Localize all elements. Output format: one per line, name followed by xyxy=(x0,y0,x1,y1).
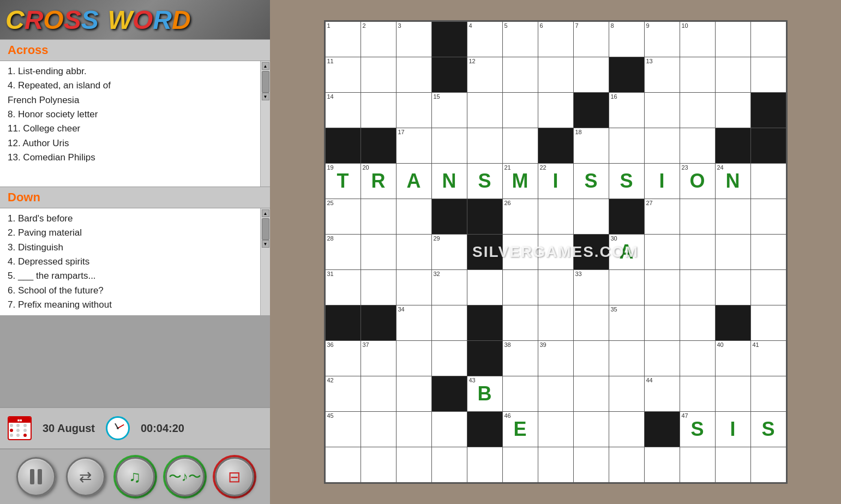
grid-cell[interactable] xyxy=(397,270,432,305)
down-clue-item[interactable]: 1. Bard's before xyxy=(8,212,256,226)
grid-cell[interactable]: 19T xyxy=(326,164,361,199)
across-clue-item[interactable]: 13. Comedian Philips xyxy=(8,151,256,165)
display-button[interactable]: ⊟ xyxy=(215,457,254,496)
grid-cell[interactable]: 24N xyxy=(716,164,751,199)
grid-cell[interactable]: 15 xyxy=(432,93,467,128)
grid-cell[interactable] xyxy=(751,270,786,305)
grid-cell[interactable] xyxy=(716,270,751,305)
down-scroll-down-arrow[interactable]: ▼ xyxy=(262,240,269,248)
sound-button[interactable]: 〜♪〜 xyxy=(165,457,205,496)
grid-cell[interactable]: 47S xyxy=(680,412,716,447)
grid-cell[interactable] xyxy=(751,57,786,93)
grid-cell[interactable] xyxy=(503,376,538,412)
grid-cell[interactable] xyxy=(716,447,751,483)
grid-cell[interactable] xyxy=(751,447,786,483)
grid-cell[interactable]: 3 xyxy=(397,22,432,57)
grid-cell[interactable] xyxy=(751,235,786,270)
grid-cell[interactable]: 7 xyxy=(574,22,609,57)
grid-cell[interactable]: 28 xyxy=(326,235,361,270)
grid-cell[interactable] xyxy=(716,199,751,235)
grid-cell[interactable] xyxy=(467,270,503,305)
grid-cell[interactable]: 6 xyxy=(538,22,574,57)
grid-cell[interactable] xyxy=(645,447,680,483)
down-clue-item[interactable]: 4. Depressed spirits xyxy=(8,255,256,269)
grid-cell[interactable]: 39 xyxy=(538,341,574,376)
grid-cell[interactable]: S xyxy=(609,164,645,199)
grid-cell[interactable] xyxy=(609,412,645,447)
grid-cell[interactable]: 33 xyxy=(574,270,609,305)
grid-cell[interactable] xyxy=(574,341,609,376)
grid-cell[interactable] xyxy=(574,376,609,412)
grid-cell[interactable] xyxy=(574,199,609,235)
grid-cell[interactable]: A xyxy=(397,164,432,199)
across-clue-item[interactable]: 8. Honor society letter xyxy=(8,107,256,122)
grid-cell[interactable] xyxy=(751,376,786,412)
pause-button[interactable] xyxy=(16,457,56,496)
grid-cell[interactable] xyxy=(645,235,680,270)
grid-cell[interactable]: 12 xyxy=(467,57,503,93)
scroll-up-arrow[interactable]: ▲ xyxy=(262,62,269,70)
grid-cell[interactable]: 4 xyxy=(467,22,503,57)
grid-cell[interactable] xyxy=(397,93,432,128)
grid-cell[interactable] xyxy=(538,270,574,305)
down-scrollbar[interactable]: ▲ ▼ xyxy=(260,208,270,315)
grid-cell[interactable] xyxy=(397,235,432,270)
grid-cell[interactable] xyxy=(751,305,786,341)
grid-cell[interactable] xyxy=(751,164,786,199)
grid-cell[interactable]: 30A xyxy=(609,235,645,270)
grid-cell[interactable]: 37 xyxy=(361,341,397,376)
grid-cell[interactable]: 29 xyxy=(432,235,467,270)
grid-cell[interactable] xyxy=(503,57,538,93)
grid-cell[interactable]: 21M xyxy=(503,164,538,199)
crossword-grid[interactable]: 12345678910111213141516171819T20RANS21M2… xyxy=(325,21,786,483)
grid-cell[interactable] xyxy=(503,235,538,270)
grid-cell[interactable] xyxy=(397,199,432,235)
grid-cell[interactable] xyxy=(680,376,716,412)
grid-cell[interactable]: S xyxy=(574,164,609,199)
grid-cell[interactable] xyxy=(716,57,751,93)
grid-cell[interactable] xyxy=(716,22,751,57)
grid-cell[interactable] xyxy=(503,270,538,305)
grid-cell[interactable] xyxy=(397,447,432,483)
scroll-down-arrow[interactable]: ▼ xyxy=(262,93,269,100)
grid-cell[interactable]: 18 xyxy=(574,128,609,164)
grid-cell[interactable] xyxy=(680,341,716,376)
grid-cell[interactable] xyxy=(432,341,467,376)
grid-cell[interactable] xyxy=(467,93,503,128)
grid-cell[interactable] xyxy=(538,447,574,483)
grid-cell[interactable]: 14 xyxy=(326,93,361,128)
grid-cell[interactable] xyxy=(645,305,680,341)
grid-cell[interactable]: 2 xyxy=(361,22,397,57)
grid-cell[interactable] xyxy=(467,447,503,483)
grid-cell[interactable]: 23O xyxy=(680,164,716,199)
grid-cell[interactable] xyxy=(574,412,609,447)
grid-cell[interactable] xyxy=(538,305,574,341)
grid-cell[interactable]: N xyxy=(432,164,467,199)
grid-cell[interactable] xyxy=(326,447,361,483)
grid-cell[interactable]: 27 xyxy=(645,199,680,235)
grid-cell[interactable]: 40 xyxy=(716,341,751,376)
grid-cell[interactable]: 9 xyxy=(645,22,680,57)
grid-cell[interactable] xyxy=(574,57,609,93)
grid-cell[interactable] xyxy=(432,412,467,447)
grid-cell[interactable] xyxy=(574,447,609,483)
across-clue-item[interactable]: 4. Repeated, an island of xyxy=(8,79,256,93)
grid-cell[interactable]: 5 xyxy=(503,22,538,57)
grid-cell[interactable]: 1 xyxy=(326,22,361,57)
grid-cell[interactable] xyxy=(538,199,574,235)
grid-cell[interactable]: 44 xyxy=(645,376,680,412)
grid-cell[interactable]: 46E xyxy=(503,412,538,447)
grid-cell[interactable] xyxy=(680,199,716,235)
grid-cell[interactable] xyxy=(609,376,645,412)
grid-cell[interactable] xyxy=(680,305,716,341)
grid-cell[interactable]: I xyxy=(716,412,751,447)
grid-cell[interactable] xyxy=(680,270,716,305)
grid-cell[interactable] xyxy=(680,128,716,164)
grid-cell[interactable] xyxy=(716,235,751,270)
grid-cell[interactable] xyxy=(680,93,716,128)
grid-cell[interactable]: 42 xyxy=(326,376,361,412)
grid-cell[interactable] xyxy=(361,57,397,93)
grid-cell[interactable]: S xyxy=(467,164,503,199)
across-clue-item[interactable]: French Polynesia xyxy=(8,93,256,107)
down-scroll-up-arrow[interactable]: ▲ xyxy=(262,209,269,217)
